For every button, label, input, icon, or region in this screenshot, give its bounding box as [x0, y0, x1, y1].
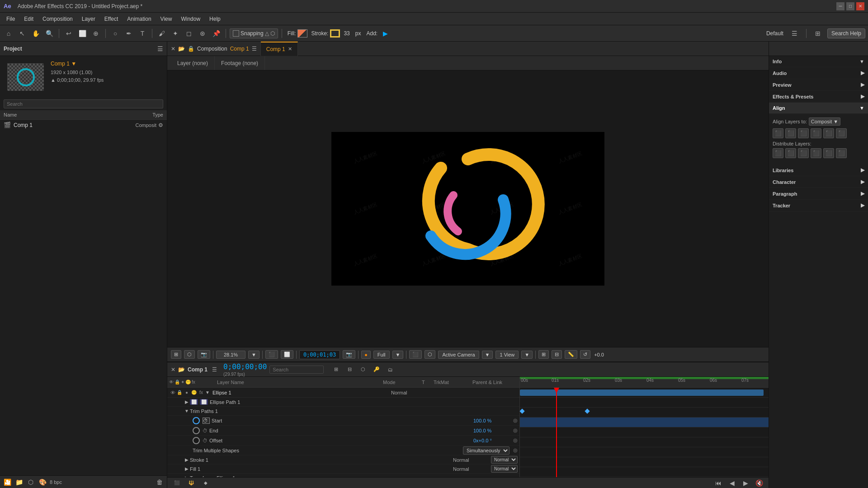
camera-selector[interactable]: Active Camera	[438, 351, 479, 359]
tracker-section-header[interactable]: Tracker ▶	[769, 200, 868, 211]
solo-icon-ellipse1[interactable]: ●	[184, 390, 190, 395]
delete-btn[interactable]: 🗑	[155, 478, 164, 487]
align-bottom-btn[interactable]: ⬛	[836, 128, 847, 138]
quality-menu-btn[interactable]: ▼	[392, 351, 404, 359]
comp-snapshot-btn[interactable]: 📷	[198, 350, 210, 359]
keyframe-dot-offset[interactable]	[193, 437, 200, 444]
default-menu-btn[interactable]: ☰	[789, 28, 801, 39]
eraser-tool[interactable]: ◻	[183, 28, 195, 39]
roto-tool[interactable]: ⊛	[197, 28, 208, 39]
sub-row-trim-paths-1[interactable]: ▼ Trim Paths 1	[167, 407, 519, 416]
puppet-tool[interactable]: 📌	[210, 28, 222, 39]
sub-row-trim-multiple[interactable]: Trim Multiple Shapes Simultaneously Indi…	[167, 446, 519, 455]
playhead[interactable]	[556, 388, 557, 477]
mute-btn[interactable]: 🔇	[753, 477, 765, 488]
close-timeline-btn[interactable]: ✕	[171, 366, 175, 373]
quality-selector[interactable]: Full	[373, 351, 390, 359]
menu-layer[interactable]: Layer	[77, 14, 100, 24]
pixel-aspect-btn[interactable]: ⬜	[281, 350, 293, 359]
dist-center-h-btn[interactable]: ⬛	[785, 148, 796, 158]
align-top-btn[interactable]: ⬛	[811, 128, 821, 138]
anchor-tool[interactable]: ⊕	[90, 28, 102, 39]
audio-section-header[interactable]: Audio ▶	[769, 67, 868, 79]
go-to-start-btn[interactable]: ⏮	[712, 477, 724, 488]
paragraph-section-header[interactable]: Paragraph ▶	[769, 188, 868, 200]
comp-view-options-btn[interactable]: ⬡	[184, 350, 195, 359]
snapping-toggle[interactable]: Snapping △ ⬡	[230, 28, 278, 38]
offset-property-value[interactable]: 0x+0.0 °	[473, 438, 509, 443]
zoom-selector[interactable]: 28.1%	[216, 351, 245, 359]
rect-select-tool[interactable]: ⬜	[76, 28, 88, 39]
timeline-play-from-current-btn[interactable]: ⬛	[171, 477, 183, 488]
menu-window[interactable]: Window	[176, 14, 205, 24]
expand-trim-paths[interactable]: ▼	[184, 408, 190, 413]
view-menu-btn[interactable]: ▼	[521, 351, 533, 359]
expand-ellipse-path[interactable]: ▶	[184, 399, 190, 404]
add-shape-btn[interactable]: ▶	[379, 28, 391, 39]
stroke-swatch[interactable]	[330, 29, 340, 38]
stroke1-mode-select[interactable]: Normal	[491, 456, 518, 464]
stopwatch-icon-start[interactable]: ⏱	[203, 418, 210, 424]
project-menu-button[interactable]: ☰	[157, 45, 163, 52]
viewer-toggle[interactable]: ⊞	[812, 28, 824, 39]
rotation-tool[interactable]: ↩	[63, 28, 75, 39]
timeline-tool-2[interactable]: ⊟	[344, 364, 355, 375]
magnify-tool[interactable]: 🔍	[43, 28, 55, 39]
close-button[interactable]: ✕	[856, 2, 864, 10]
layer-visibility-ellipse1[interactable]: 👁	[169, 390, 176, 395]
keyframe-dot-end[interactable]	[193, 427, 200, 434]
fill1-mode-select[interactable]: Normal	[491, 465, 518, 473]
timeline-tool-3[interactable]: ⬡	[357, 364, 369, 375]
project-search-input[interactable]	[4, 99, 163, 108]
start-keyframe-icon[interactable]: ◎	[513, 418, 518, 423]
trim-multiple-select[interactable]: Simultaneously Individually	[463, 446, 509, 455]
expand-stroke1[interactable]: ▶	[184, 457, 190, 462]
sub-row-ellipse-path-1[interactable]: ▶ ⬜ ⬜ Ellipse Path 1	[167, 398, 519, 407]
fit-to-comp-btn[interactable]: ⬛	[265, 350, 278, 359]
play-btn[interactable]: ▶	[740, 477, 751, 488]
comp-panel-menu-btn[interactable]: ☰	[252, 46, 257, 52]
menu-file[interactable]: File	[2, 14, 19, 24]
lock-icon-ellipse1[interactable]: 🔒	[176, 390, 183, 395]
prev-frame-btn[interactable]: ◀	[726, 477, 738, 488]
timeline-tool-5[interactable]: 🗂	[384, 364, 396, 375]
motion-blur-btn[interactable]: ●	[361, 351, 371, 359]
transparency-btn[interactable]: ⬡	[425, 350, 435, 359]
region-of-interest-btn[interactable]: ⬛	[409, 350, 422, 359]
effects-presets-section-header[interactable]: Effects & Presets ▶	[769, 91, 868, 103]
sub-row-stroke1[interactable]: ▶ Stroke 1 Normal Normal	[167, 455, 519, 465]
expand-ellipse1[interactable]: ▼	[204, 390, 211, 395]
zoom-menu-btn[interactable]: ▼	[248, 351, 259, 359]
camera-icon[interactable]: 📷	[343, 350, 355, 359]
dist-right-btn[interactable]: ⬛	[798, 148, 809, 158]
maximize-button[interactable]: □	[846, 2, 854, 10]
hand-tool[interactable]: ✋	[30, 28, 42, 39]
align-section-header[interactable]: Align ▼	[769, 103, 868, 114]
layer-panel-tab[interactable]: Layer (none)	[171, 56, 215, 70]
pen-tool[interactable]: ✒	[123, 28, 135, 39]
layer-row-ellipse1[interactable]: 👁 🔒 ● 😶 fx ▼ Ellipse 1 Normal	[167, 388, 519, 398]
sub-row-start[interactable]: ⏱ Start 100.0 % ◎	[167, 416, 519, 426]
toggle-overlay-btn[interactable]: ⊞	[538, 350, 549, 359]
timeline-tool-1[interactable]: ⊞	[330, 364, 342, 375]
expand-fill1[interactable]: ▶	[184, 466, 190, 471]
dist-top-btn[interactable]: ⬛	[811, 148, 821, 158]
menu-animation[interactable]: Animation	[123, 14, 156, 24]
fx-icon-ellipse1[interactable]: fx	[198, 390, 204, 395]
project-settings-btn[interactable]: 🎨	[38, 478, 47, 487]
stopwatch-icon-end[interactable]: ⏱	[203, 428, 208, 433]
align-left-btn[interactable]: ⬛	[773, 128, 783, 138]
close-comp-panel-btn[interactable]: ✕	[171, 46, 175, 52]
close-tab-btn[interactable]: ✕	[288, 46, 292, 52]
timeline-add-marker-btn[interactable]: 🔱	[185, 477, 197, 488]
character-section-header[interactable]: Character ▶	[769, 176, 868, 188]
timeline-keyframe-btn[interactable]: ◆	[200, 477, 212, 488]
rulers-btn[interactable]: 📏	[565, 350, 577, 359]
render-btn[interactable]: ⬡	[26, 478, 35, 487]
start-property-value[interactable]: 100.0 %	[473, 418, 509, 423]
sub-row-offset[interactable]: ⏱ Offset 0x+0.0 ° ◎	[167, 436, 519, 446]
viewer-timecode[interactable]: 0;00;01;03	[299, 350, 340, 359]
dist-bottom-btn[interactable]: ⬛	[836, 148, 847, 158]
end-property-value[interactable]: 100.0 %	[473, 428, 509, 433]
offset-keyframe-icon[interactable]: ◎	[513, 437, 518, 443]
